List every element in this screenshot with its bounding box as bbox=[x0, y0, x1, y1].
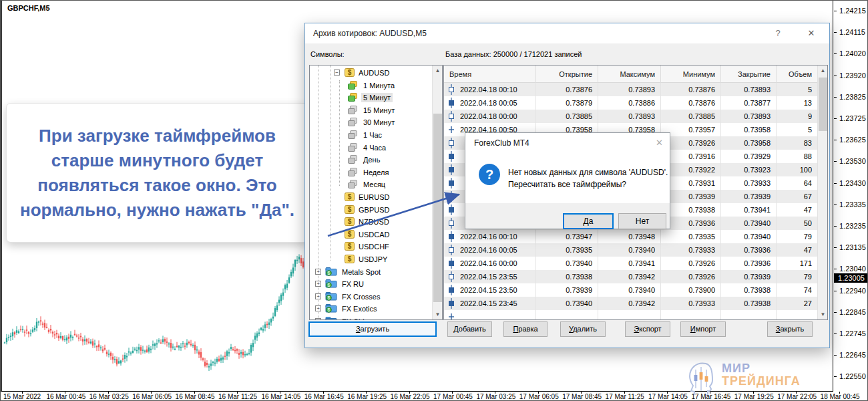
table-scrollbar-thumb[interactable] bbox=[819, 78, 827, 131]
cell-time: 2022.04.18 00:00 bbox=[444, 110, 536, 123]
tree-item-timeframe[interactable]: 5 Минут bbox=[310, 92, 433, 104]
dialog-title-bar[interactable]: Архив котировок: AUDUSD,M5 ? ✕ bbox=[305, 23, 829, 43]
tree-group-fx-china[interactable]: +$FX China bbox=[310, 315, 433, 319]
column-header-time[interactable]: Время bbox=[444, 65, 536, 83]
tree-item-timeframe[interactable]: 30 Минут bbox=[310, 116, 433, 129]
price-axis[interactable]: 1.23005 1.242151.241151.240201.239201.23… bbox=[834, 1, 868, 392]
tree-group-metals-spot[interactable]: +$Metals Spot bbox=[310, 266, 433, 279]
scroll-up-icon[interactable]: ▲ bbox=[433, 65, 443, 76]
table-row[interactable]: 2022.04.15 23:550.739380.739420.739260.7… bbox=[444, 270, 818, 283]
tree-item-timeframe[interactable]: 1 Час bbox=[310, 129, 433, 142]
table-row[interactable]: 2022.04.16 00:050.739350.739400.739330.7… bbox=[444, 243, 818, 257]
yes-button[interactable]: Да bbox=[563, 213, 614, 229]
column-header-open[interactable]: Открытие bbox=[536, 65, 598, 83]
tree-item-usdjpy[interactable]: $USDJPY bbox=[310, 253, 433, 266]
table-scrollbar[interactable]: ▲ ▼ bbox=[817, 65, 827, 319]
tree-item-label: FX Crosses bbox=[340, 292, 382, 301]
tree-group-fx-ru[interactable]: +$FX RU bbox=[310, 278, 433, 291]
cell-time: 2022.04.18 00:10 bbox=[444, 83, 536, 96]
close-icon[interactable]: ✕ bbox=[800, 23, 823, 43]
expand-icon[interactable]: + bbox=[315, 293, 321, 299]
tree-item-usdcad[interactable]: $USDCAD bbox=[310, 229, 433, 241]
price-tick bbox=[834, 97, 837, 98]
time-axis-label: 17 Mar 06:05 bbox=[519, 393, 559, 400]
popup-close-icon[interactable]: ✕ bbox=[656, 136, 663, 150]
mt4-window: GBPCHF,M5 1.23005 1.242151.241151.240201… bbox=[0, 0, 868, 401]
tree-item-eurusd[interactable]: $EURUSD bbox=[310, 191, 433, 204]
scroll-down-icon[interactable]: ▼ bbox=[433, 309, 443, 319]
tree-scrollbar-thumb[interactable] bbox=[433, 114, 442, 302]
tree-item-timeframe[interactable]: 4 Часа bbox=[310, 142, 433, 154]
cell-time-text: 2022.04.15 23:50 bbox=[460, 283, 517, 297]
tree-item-usdchf[interactable]: $USDCHF bbox=[310, 241, 433, 253]
download-button[interactable]: Загрузить bbox=[308, 321, 437, 337]
svg-text:$: $ bbox=[348, 206, 352, 213]
table-row[interactable]: 2022.04.18 00:050.738790.738860.738760.7… bbox=[444, 96, 818, 110]
folder-icon: $ bbox=[325, 279, 337, 289]
table-row[interactable]: 2022.04.16 00:100.739470.739480.739350.7… bbox=[444, 230, 818, 243]
time-tick bbox=[22, 392, 23, 394]
tree-scrollbar[interactable]: ▲ ▼ bbox=[432, 65, 442, 319]
tree-item-gbpusd[interactable]: $GBPUSD bbox=[310, 204, 433, 217]
tree-item-timeframe[interactable]: 1 Минута bbox=[310, 80, 433, 92]
annotation-text: При загрузке таймфреймов старше минутног… bbox=[20, 124, 294, 223]
price-axis-label: 1.24115 bbox=[839, 28, 865, 36]
scroll-up-icon[interactable]: ▲ bbox=[818, 65, 828, 76]
expand-icon[interactable]: + bbox=[315, 318, 321, 319]
import-button[interactable]: Импорт bbox=[680, 321, 726, 337]
cell-time: 2022.04.16 00:00 bbox=[444, 257, 536, 270]
help-icon[interactable]: ? bbox=[768, 23, 788, 43]
tree-group-fx-crosses[interactable]: +$FX Crosses bbox=[310, 291, 433, 303]
tree-item-audusd[interactable]: −$AUDUSD bbox=[310, 67, 433, 80]
collapse-icon[interactable]: − bbox=[334, 70, 340, 76]
cell-volume: 88 bbox=[777, 150, 818, 163]
time-axis-label: 16 Mar 03:25 bbox=[89, 393, 129, 400]
tree-item-timeframe[interactable]: Неделя bbox=[310, 166, 433, 179]
table-row[interactable]: 2022.04.15 23:500.739390.739400.739000.7… bbox=[444, 283, 818, 297]
time-tick bbox=[194, 392, 195, 394]
column-header-volume[interactable]: Объем bbox=[777, 65, 818, 83]
price-axis-label: 1.23235 bbox=[839, 222, 866, 230]
symbol-icon: $ bbox=[345, 242, 355, 252]
expand-icon[interactable]: + bbox=[315, 281, 321, 287]
column-header-high[interactable]: Максимум bbox=[598, 65, 661, 83]
column-header-low[interactable]: Минимум bbox=[661, 65, 721, 83]
tree-item-nzdusd[interactable]: $NZDUSD bbox=[310, 216, 433, 229]
expand-icon[interactable]: + bbox=[315, 305, 321, 311]
close-button[interactable]: Закрыть bbox=[767, 321, 813, 337]
cell-high: 0.73941 bbox=[598, 257, 661, 270]
cell-low: 0.73876 bbox=[661, 83, 721, 96]
tree-item-timeframe[interactable]: 15 Минут bbox=[310, 104, 433, 117]
expand-icon[interactable]: + bbox=[315, 269, 321, 275]
scroll-down-icon[interactable]: ▼ bbox=[818, 309, 828, 319]
table-row[interactable]: 2022.04.18 00:000.738850.738930.738850.7… bbox=[444, 110, 818, 123]
price-tick bbox=[834, 161, 837, 162]
symbol-icon: $ bbox=[345, 192, 355, 203]
delete-button[interactable]: Удалить bbox=[560, 321, 606, 337]
cell-close: 0.73939 bbox=[721, 190, 777, 203]
tree-group-fx-exotics[interactable]: +$FX Exotics bbox=[310, 303, 433, 315]
export-button[interactable]: Экспорт bbox=[625, 321, 670, 337]
table-row[interactable] bbox=[444, 310, 818, 319]
cell-volume: 67 bbox=[777, 190, 818, 203]
svg-text:$: $ bbox=[348, 193, 352, 200]
time-axis-label: 16 Mar 08:45 bbox=[176, 393, 215, 400]
time-tick bbox=[538, 392, 539, 394]
tree-item-timeframe[interactable]: Месяц bbox=[310, 178, 433, 191]
dialog-title: Архив котировок: AUDUSD,M5 bbox=[313, 23, 427, 43]
column-header-close[interactable]: Закрытие bbox=[721, 65, 777, 83]
table-row[interactable]: 2022.04.15 23:450.739400.739420.739330.7… bbox=[444, 297, 818, 310]
tree-item-label: Metals Spot bbox=[340, 267, 383, 277]
price-tick bbox=[834, 269, 837, 269]
watermark-text-line2: ТРЕЙДИНГА bbox=[722, 374, 801, 388]
add-button[interactable]: Добавить bbox=[447, 321, 492, 337]
edit-button[interactable]: Правка bbox=[503, 321, 548, 337]
tree-item-timeframe[interactable]: День bbox=[310, 154, 433, 166]
table-row[interactable]: 2022.04.16 00:000.739400.739410.739260.7… bbox=[444, 257, 818, 270]
tree-item-label: FX RU bbox=[340, 279, 366, 289]
tree-item-label: 4 Часа bbox=[361, 143, 388, 152]
tree-item-label: Месяц bbox=[361, 180, 387, 189]
time-tick bbox=[280, 392, 280, 394]
table-row[interactable]: 2022.04.18 00:100.738760.738930.738760.7… bbox=[444, 83, 818, 96]
no-button[interactable]: Нет bbox=[618, 213, 666, 229]
